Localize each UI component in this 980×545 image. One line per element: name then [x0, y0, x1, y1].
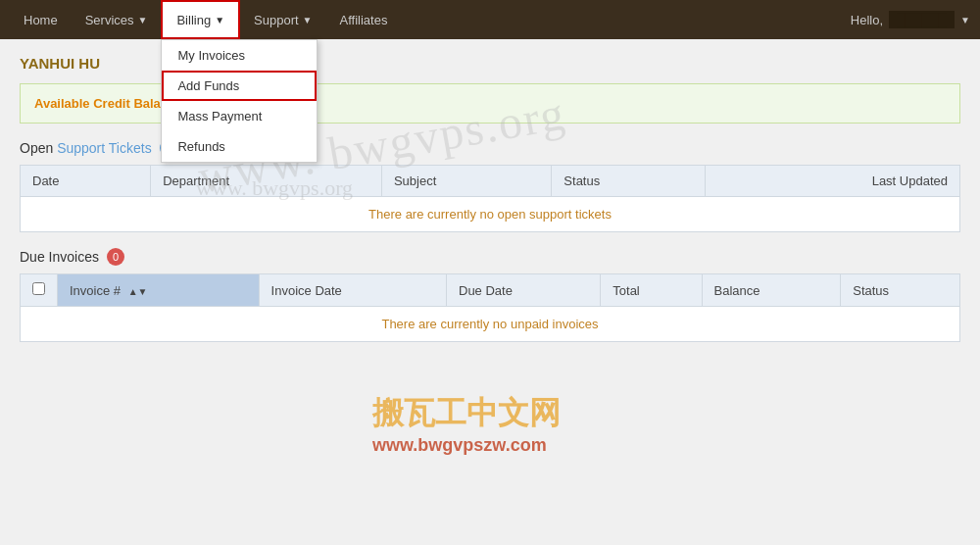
th-status: Status	[552, 166, 706, 197]
user-arrow-icon: ▼	[960, 15, 970, 25]
th-balance: Balance	[702, 274, 841, 307]
th-total: Total	[601, 274, 702, 307]
th-invoice-date: Invoice Date	[259, 274, 446, 307]
nav-home[interactable]: Home	[10, 0, 72, 39]
invoices-empty-row: There are currently no unpaid invoices	[21, 307, 960, 342]
th-invoice-num[interactable]: Invoice # ▲▼	[58, 274, 260, 307]
th-due-date: Due Date	[447, 274, 601, 307]
chinese-watermark: 搬瓦工中文网 www.bwgvpszw.com	[372, 392, 561, 456]
invoices-empty-msg: There are currently no unpaid invoices	[21, 307, 960, 342]
nav-username: ██████	[889, 11, 955, 28]
th-department: Department	[151, 166, 382, 197]
tickets-table: Date Department Subject Status Last Upda…	[20, 165, 960, 232]
due-invoices-text: Due Invoices	[20, 249, 99, 265]
th-inv-status: Status	[841, 274, 960, 307]
nav-support[interactable]: Support ▼	[240, 0, 325, 39]
billing-arrow-icon: ▼	[215, 15, 224, 25]
dropdown-refunds[interactable]: Refunds	[162, 131, 317, 162]
th-subject: Subject	[381, 166, 551, 197]
tickets-empty-msg: There are currently no open support tick…	[21, 197, 960, 232]
invoices-table-header-row: Invoice # ▲▼ Invoice Date Due Date Total…	[21, 274, 960, 307]
nav-services[interactable]: Services ▼	[72, 0, 162, 39]
th-checkbox	[21, 274, 58, 307]
due-invoices-badge: 0	[107, 248, 124, 266]
invoices-table: Invoice # ▲▼ Invoice Date Due Date Total…	[20, 273, 960, 342]
due-invoices-section-title: Due Invoices 0	[20, 248, 960, 266]
tickets-empty-row: There are currently no open support tick…	[21, 197, 960, 232]
th-last-updated: Last Updated	[706, 166, 960, 197]
dropdown-my-invoices[interactable]: My Invoices	[162, 40, 317, 71]
navbar: Home Services ▼ Billing ▼ My Invoices Ad…	[0, 0, 980, 39]
th-date: Date	[21, 166, 151, 197]
services-arrow-icon: ▼	[138, 15, 148, 25]
dropdown-add-funds[interactable]: Add Funds	[162, 71, 317, 101]
nav-affiliates[interactable]: Affiliates	[326, 0, 402, 39]
page-content: www. bwgvps.org www. bwgvps.org 搬瓦工中文网 w…	[0, 39, 980, 373]
billing-dropdown: My Invoices Add Funds Mass Payment Refun…	[161, 39, 318, 163]
nav-billing-wrapper: Billing ▼ My Invoices Add Funds Mass Pay…	[161, 0, 240, 39]
sort-arrows-icon: ▲▼	[128, 286, 148, 297]
dropdown-mass-payment[interactable]: Mass Payment	[162, 101, 317, 131]
select-all-checkbox[interactable]	[32, 282, 45, 295]
support-arrow-icon: ▼	[303, 15, 313, 25]
nav-right: Hello, ██████ ▼	[851, 11, 970, 28]
hello-label: Hello,	[851, 13, 883, 27]
nav-billing[interactable]: Billing ▼	[161, 0, 240, 39]
open-tickets-text: Open Support Tickets	[20, 140, 152, 156]
tickets-table-header-row: Date Department Subject Status Last Upda…	[21, 166, 960, 197]
